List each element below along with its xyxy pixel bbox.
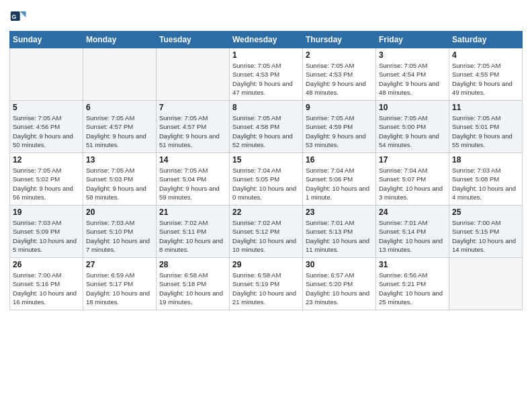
- calendar-cell: 13Sunrise: 7:05 AM Sunset: 5:03 PM Dayli…: [83, 153, 157, 205]
- calendar-cell: 26Sunrise: 7:00 AM Sunset: 5:16 PM Dayli…: [10, 258, 83, 310]
- day-info: Sunrise: 7:02 AM Sunset: 5:11 PM Dayligh…: [159, 218, 226, 254]
- calendar-cell: 20Sunrise: 7:03 AM Sunset: 5:10 PM Dayli…: [83, 205, 157, 258]
- day-info: Sunrise: 7:05 AM Sunset: 5:01 PM Dayligh…: [452, 113, 519, 149]
- day-info: Sunrise: 7:03 AM Sunset: 5:09 PM Dayligh…: [13, 218, 80, 254]
- day-number: 12: [13, 155, 80, 165]
- calendar-cell: 8Sunrise: 7:05 AM Sunset: 4:58 PM Daylig…: [230, 101, 303, 153]
- day-number: 27: [86, 260, 153, 269]
- svg-marker-2: [20, 11, 26, 17]
- calendar-cell: 3Sunrise: 7:05 AM Sunset: 4:54 PM Daylig…: [376, 48, 449, 101]
- day-info: Sunrise: 7:05 AM Sunset: 4:58 PM Dayligh…: [232, 113, 300, 149]
- day-number: 10: [379, 103, 446, 112]
- day-info: Sunrise: 6:58 AM Sunset: 5:19 PM Dayligh…: [232, 271, 300, 306]
- day-info: Sunrise: 6:57 AM Sunset: 5:20 PM Dayligh…: [306, 271, 373, 306]
- day-number: 17: [379, 155, 446, 165]
- day-number: 14: [159, 155, 226, 165]
- day-number: 28: [159, 260, 226, 269]
- weekday-header-thursday: Thursday: [303, 32, 376, 48]
- calendar-cell: 10Sunrise: 7:05 AM Sunset: 5:00 PM Dayli…: [376, 101, 449, 153]
- day-info: Sunrise: 7:02 AM Sunset: 5:12 PM Dayligh…: [232, 218, 300, 254]
- day-info: Sunrise: 7:05 AM Sunset: 4:53 PM Dayligh…: [306, 61, 373, 97]
- day-number: 20: [86, 208, 153, 217]
- calendar-week-row: 5Sunrise: 7:05 AM Sunset: 4:56 PM Daylig…: [10, 101, 523, 153]
- weekday-header-saturday: Saturday: [449, 32, 523, 48]
- day-info: Sunrise: 7:05 AM Sunset: 4:57 PM Dayligh…: [159, 113, 226, 149]
- calendar-cell: 24Sunrise: 7:01 AM Sunset: 5:14 PM Dayli…: [376, 205, 449, 258]
- day-info: Sunrise: 7:03 AM Sunset: 5:10 PM Dayligh…: [86, 218, 153, 254]
- calendar-week-row: 1Sunrise: 7:05 AM Sunset: 4:53 PM Daylig…: [10, 48, 523, 101]
- day-info: Sunrise: 7:03 AM Sunset: 5:08 PM Dayligh…: [452, 166, 519, 201]
- calendar-week-row: 26Sunrise: 7:00 AM Sunset: 5:16 PM Dayli…: [10, 258, 523, 310]
- calendar-cell: 9Sunrise: 7:05 AM Sunset: 4:59 PM Daylig…: [303, 101, 376, 153]
- day-number: 5: [13, 103, 80, 112]
- calendar-week-row: 19Sunrise: 7:03 AM Sunset: 5:09 PM Dayli…: [10, 205, 523, 258]
- calendar-cell: 25Sunrise: 7:00 AM Sunset: 5:15 PM Dayli…: [449, 205, 523, 258]
- weekday-header-friday: Friday: [376, 32, 449, 48]
- calendar-cell: 31Sunrise: 6:56 AM Sunset: 5:21 PM Dayli…: [376, 258, 449, 310]
- weekday-header-sunday: Sunday: [10, 32, 83, 48]
- calendar-cell: [83, 48, 157, 101]
- calendar-cell: 18Sunrise: 7:03 AM Sunset: 5:08 PM Dayli…: [449, 153, 523, 205]
- weekday-header-wednesday: Wednesday: [230, 32, 303, 48]
- day-number: 29: [232, 260, 300, 269]
- header: G: [9, 7, 523, 26]
- calendar-table: SundayMondayTuesdayWednesdayThursdayFrid…: [9, 31, 523, 310]
- calendar-cell: 5Sunrise: 7:05 AM Sunset: 4:56 PM Daylig…: [10, 101, 83, 153]
- svg-text:G: G: [12, 13, 17, 20]
- day-number: 15: [232, 155, 300, 165]
- logo: G: [9, 7, 31, 26]
- calendar-cell: 27Sunrise: 6:59 AM Sunset: 5:17 PM Dayli…: [83, 258, 157, 310]
- calendar-cell: 7Sunrise: 7:05 AM Sunset: 4:57 PM Daylig…: [157, 101, 230, 153]
- day-info: Sunrise: 7:05 AM Sunset: 4:53 PM Dayligh…: [232, 61, 300, 97]
- day-info: Sunrise: 7:04 AM Sunset: 5:05 PM Dayligh…: [232, 166, 300, 201]
- day-info: Sunrise: 7:04 AM Sunset: 5:07 PM Dayligh…: [379, 166, 446, 201]
- day-info: Sunrise: 6:56 AM Sunset: 5:21 PM Dayligh…: [379, 271, 446, 306]
- calendar-cell: 30Sunrise: 6:57 AM Sunset: 5:20 PM Dayli…: [303, 258, 376, 310]
- calendar-cell: 23Sunrise: 7:01 AM Sunset: 5:13 PM Dayli…: [303, 205, 376, 258]
- calendar-cell: 12Sunrise: 7:05 AM Sunset: 5:02 PM Dayli…: [10, 153, 83, 205]
- day-number: 6: [86, 103, 153, 112]
- day-info: Sunrise: 7:05 AM Sunset: 5:04 PM Dayligh…: [159, 166, 226, 201]
- day-info: Sunrise: 7:05 AM Sunset: 4:57 PM Dayligh…: [86, 113, 153, 149]
- day-number: 24: [379, 208, 446, 217]
- day-number: 16: [306, 155, 373, 165]
- calendar-cell: [157, 48, 230, 101]
- day-number: 2: [306, 50, 373, 60]
- weekday-header-row: SundayMondayTuesdayWednesdayThursdayFrid…: [10, 32, 523, 48]
- calendar-cell: 2Sunrise: 7:05 AM Sunset: 4:53 PM Daylig…: [303, 48, 376, 101]
- day-number: 8: [232, 103, 300, 112]
- calendar-cell: [449, 258, 523, 310]
- day-number: 23: [306, 208, 373, 217]
- calendar-cell: 4Sunrise: 7:05 AM Sunset: 4:55 PM Daylig…: [449, 48, 523, 101]
- day-number: 31: [379, 260, 446, 269]
- day-number: 3: [379, 50, 446, 60]
- weekday-header-monday: Monday: [83, 32, 157, 48]
- day-info: Sunrise: 7:05 AM Sunset: 5:03 PM Dayligh…: [86, 166, 153, 201]
- day-number: 7: [159, 103, 226, 112]
- day-info: Sunrise: 7:05 AM Sunset: 4:59 PM Dayligh…: [306, 113, 373, 149]
- day-info: Sunrise: 7:05 AM Sunset: 4:54 PM Dayligh…: [379, 61, 446, 97]
- calendar-cell: 19Sunrise: 7:03 AM Sunset: 5:09 PM Dayli…: [10, 205, 83, 258]
- day-number: 25: [452, 208, 519, 217]
- page-container: G SundayMondayTuesdayWednesdayThursdayFr…: [0, 0, 532, 317]
- day-info: Sunrise: 7:04 AM Sunset: 5:06 PM Dayligh…: [306, 166, 373, 201]
- calendar-cell: 17Sunrise: 7:04 AM Sunset: 5:07 PM Dayli…: [376, 153, 449, 205]
- day-number: 18: [452, 155, 519, 165]
- day-info: Sunrise: 7:05 AM Sunset: 5:00 PM Dayligh…: [379, 113, 446, 149]
- day-info: Sunrise: 7:01 AM Sunset: 5:14 PM Dayligh…: [379, 218, 446, 254]
- calendar-cell: 29Sunrise: 6:58 AM Sunset: 5:19 PM Dayli…: [230, 258, 303, 310]
- day-info: Sunrise: 7:05 AM Sunset: 4:55 PM Dayligh…: [452, 61, 519, 97]
- day-number: 4: [452, 50, 519, 60]
- calendar-cell: 16Sunrise: 7:04 AM Sunset: 5:06 PM Dayli…: [303, 153, 376, 205]
- calendar-cell: 28Sunrise: 6:58 AM Sunset: 5:18 PM Dayli…: [157, 258, 230, 310]
- day-info: Sunrise: 7:00 AM Sunset: 5:15 PM Dayligh…: [452, 218, 519, 254]
- day-number: 1: [232, 50, 300, 60]
- calendar-cell: 22Sunrise: 7:02 AM Sunset: 5:12 PM Dayli…: [230, 205, 303, 258]
- day-info: Sunrise: 7:05 AM Sunset: 4:56 PM Dayligh…: [13, 113, 80, 149]
- calendar-week-row: 12Sunrise: 7:05 AM Sunset: 5:02 PM Dayli…: [10, 153, 523, 205]
- day-number: 11: [452, 103, 519, 112]
- day-number: 30: [306, 260, 373, 269]
- calendar-cell: 1Sunrise: 7:05 AM Sunset: 4:53 PM Daylig…: [230, 48, 303, 101]
- calendar-cell: 15Sunrise: 7:04 AM Sunset: 5:05 PM Dayli…: [230, 153, 303, 205]
- day-info: Sunrise: 7:00 AM Sunset: 5:16 PM Dayligh…: [13, 271, 80, 306]
